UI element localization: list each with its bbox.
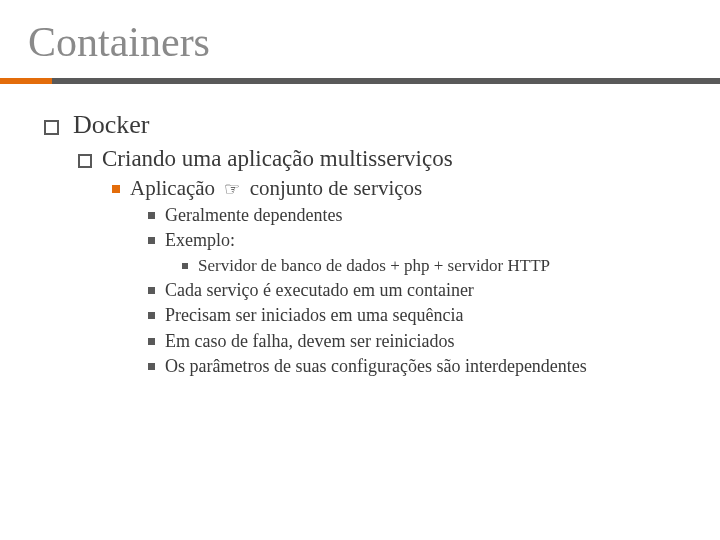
l3-post: conjunto de serviços <box>250 176 423 200</box>
filled-square-icon <box>182 263 188 269</box>
bullet-level-2: Criando uma aplicação multisserviços <box>78 146 690 172</box>
hollow-square-icon <box>78 154 92 168</box>
bullet-level-1: Docker <box>44 110 690 140</box>
filled-square-icon <box>148 338 155 345</box>
l4-text: Precisam ser iniciados em uma sequência <box>165 304 463 327</box>
slide-title: Containers <box>0 0 720 78</box>
bullet-level-4: Cada serviço é executado em um container <box>148 279 690 302</box>
bullet-level-4: Os parâmetros de suas configurações são … <box>148 355 690 378</box>
l3-composite: Aplicação ☞ conjunto de serviços <box>130 176 422 201</box>
bullet-level-4: Exemplo: <box>148 229 690 252</box>
l1-text: Docker <box>73 110 150 140</box>
pointing-hand-icon: ☞ <box>224 179 240 199</box>
l4-text: Cada serviço é executado em um container <box>165 279 474 302</box>
bullet-level-4: Em caso de falha, devem ser reiniciados <box>148 330 690 353</box>
l5-text: Servidor de banco de dados + php + servi… <box>198 255 550 277</box>
filled-square-icon <box>148 312 155 319</box>
l4-text: Em caso de falha, devem ser reiniciados <box>165 330 454 353</box>
bullet-level-3: Aplicação ☞ conjunto de serviços <box>112 176 690 201</box>
filled-square-icon <box>148 287 155 294</box>
hollow-square-icon <box>44 120 59 135</box>
l3-pre: Aplicação <box>130 176 215 200</box>
bullet-level-5: Servidor de banco de dados + php + servi… <box>182 255 690 277</box>
content-area: Docker Criando uma aplicação multisservi… <box>0 84 720 378</box>
l2-text: Criando uma aplicação multisserviços <box>102 146 453 172</box>
l4-text: Os parâmetros de suas configurações são … <box>165 355 587 378</box>
filled-square-icon <box>148 212 155 219</box>
filled-square-icon <box>112 185 120 193</box>
l4-text: Exemplo: <box>165 229 235 252</box>
bullet-level-4: Precisam ser iniciados em uma sequência <box>148 304 690 327</box>
filled-square-icon <box>148 363 155 370</box>
bullet-level-4: Geralmente dependentes <box>148 204 690 227</box>
filled-square-icon <box>148 237 155 244</box>
l4-text: Geralmente dependentes <box>165 204 342 227</box>
divider <box>0 78 720 84</box>
slide: Containers Docker Criando uma aplicação … <box>0 0 720 540</box>
divider-accent <box>0 78 52 84</box>
